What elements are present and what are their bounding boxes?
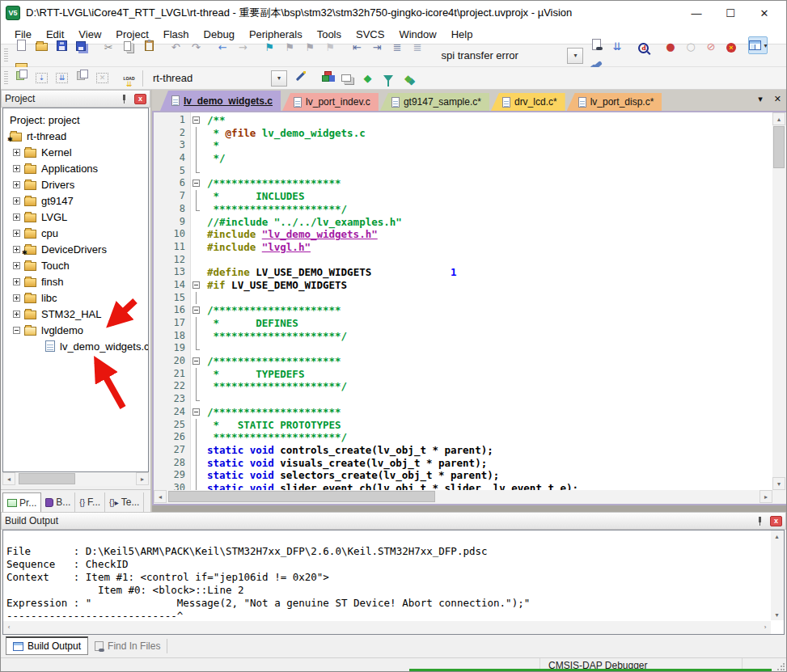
tree-expand-plus-icon[interactable]: [13, 278, 20, 285]
project-tab[interactable]: Pr...: [2, 492, 41, 512]
code-text[interactable]: /** * @file lv_demo_widgets.c * */ /****…: [202, 112, 772, 490]
build-output-vertical-scrollbar[interactable]: ▴ ▾: [771, 530, 784, 620]
select-software-packs-button[interactable]: ◆: [358, 70, 377, 87]
tree-expand-plus-icon[interactable]: [13, 181, 20, 188]
tree-expand-plus-icon[interactable]: [13, 230, 20, 237]
tree-group-finsh[interactable]: finsh: [3, 273, 148, 290]
paste-button[interactable]: [140, 37, 159, 55]
manage-components-button[interactable]: [318, 68, 336, 86]
insert-remove-breakpoint-button[interactable]: ●: [661, 38, 679, 56]
scroll-left-icon[interactable]: ◂: [2, 472, 15, 485]
editor-tab-lv-port-indev-c[interactable]: lv_port_indev.c: [282, 93, 379, 111]
scroll-right-icon[interactable]: ›: [759, 621, 771, 633]
bookmark-previous-button[interactable]: ⚑: [281, 39, 299, 57]
unindent-button[interactable]: ⇤: [348, 39, 366, 57]
target-combo-value[interactable]: rt-thread: [150, 70, 271, 86]
tree-expand-plus-icon[interactable]: [13, 262, 20, 269]
tree-group-gt9147[interactable]: gt9147: [3, 192, 148, 209]
scroll-up-icon[interactable]: ▴: [772, 112, 785, 125]
editor-vertical-scrollbar[interactable]: ▴ ▾: [772, 112, 786, 490]
stop-build-button[interactable]: ✕: [93, 69, 112, 87]
minimize-button[interactable]: —: [679, 3, 713, 23]
scroll-right-icon[interactable]: ▸: [136, 472, 149, 485]
tree-group-libc[interactable]: libc: [3, 290, 148, 306]
copy-button[interactable]: [120, 37, 138, 55]
tree-root-project[interactable]: Project: project: [3, 112, 148, 128]
incremental-find-button[interactable]: ⇊: [607, 38, 626, 56]
navigate-back-button[interactable]: ←: [214, 39, 232, 57]
download-load-button[interactable]: LOAD⇊: [120, 73, 138, 91]
undo-button[interactable]: ↶: [167, 39, 185, 57]
scroll-left-icon[interactable]: ◂: [154, 490, 167, 503]
tree-expand-minus-icon[interactable]: [13, 327, 20, 334]
tree-group-lvgl[interactable]: LVGL: [3, 209, 148, 225]
find-in-files-tab[interactable]: Find In Files: [88, 636, 167, 655]
bookmark-toggle-button[interactable]: ⚑: [260, 39, 279, 57]
resize-grip-icon[interactable]: [776, 663, 785, 671]
indent-button[interactable]: ⇥: [368, 39, 387, 57]
tree-expand-plus-icon[interactable]: [13, 311, 20, 318]
save-button[interactable]: [53, 37, 71, 55]
project-panel-close-icon[interactable]: x: [134, 94, 146, 104]
editor-tab-lv-port-disp-c[interactable]: lv_port_disp.c*: [567, 93, 662, 111]
scroll-left-icon[interactable]: ‹: [3, 621, 15, 633]
editor-tab-gt9147-sample-c[interactable]: gt9147_sample.c*: [380, 93, 489, 111]
tree-group-applications[interactable]: Applications: [3, 160, 148, 176]
fold-collapse-icon[interactable]: [193, 306, 200, 314]
tree-group-cpu[interactable]: cpu: [3, 225, 148, 241]
target-combo-dropdown-icon[interactable]: ▾: [271, 70, 287, 87]
build-output-close-icon[interactable]: x: [770, 516, 782, 526]
tree-expand-plus-icon[interactable]: [13, 246, 20, 253]
navigate-forward-button[interactable]: →: [234, 39, 252, 57]
project-horizontal-scrollbar[interactable]: ◂ ▸: [2, 472, 149, 486]
scrollbar-thumb[interactable]: [773, 126, 785, 168]
scroll-right-icon[interactable]: ▸: [759, 490, 772, 503]
open-file-button[interactable]: [32, 36, 51, 54]
scroll-down-icon[interactable]: ▾: [772, 477, 785, 490]
scroll-up-icon[interactable]: ▴: [771, 530, 783, 542]
cut-button[interactable]: ✂: [99, 39, 118, 57]
tab-list-dropdown-icon[interactable]: ▾: [758, 94, 763, 104]
editor-horizontal-scrollbar[interactable]: ◂ ▸: [154, 490, 772, 504]
translate-file-button[interactable]: [12, 66, 31, 83]
build-output-text[interactable]: File : D:\Keil5\ARM\PACK\Keil\STM32H7xx_…: [6, 532, 769, 619]
editor-tab-drv-lcd-c[interactable]: drv_lcd.c*: [491, 93, 565, 111]
bookmark-next-button[interactable]: ⚑: [301, 39, 319, 57]
tree-group-devicedrivers[interactable]: DeviceDrivers: [3, 241, 148, 257]
manage-project-items-button[interactable]: [338, 70, 357, 88]
build-output-horizontal-scrollbar[interactable]: ‹ ›: [3, 621, 771, 634]
redo-button[interactable]: ↷: [187, 39, 205, 57]
build-output-tab[interactable]: Build Output: [6, 636, 88, 655]
batch-build-button[interactable]: [73, 66, 91, 83]
enable-disable-breakpoint-button[interactable]: ○: [681, 38, 700, 56]
tree-group-drivers[interactable]: Drivers: [3, 176, 148, 192]
disable-all-breakpoints-button[interactable]: ⊘: [701, 38, 720, 56]
scrollbar-thumb[interactable]: [168, 491, 435, 502]
tree-group-kernel[interactable]: Kernel: [3, 144, 148, 160]
scrollbar-thumb[interactable]: [19, 473, 75, 484]
window-layout-button[interactable]: ▾: [748, 36, 768, 54]
editor-tab-lv-demo-widgets-c[interactable]: lv_demo_widgets.c: [160, 91, 281, 111]
tree-group-lvgldemo[interactable]: lvgldemo: [3, 322, 148, 338]
search-combo-dropdown-icon[interactable]: ▾: [567, 48, 583, 64]
tree-expand-plus-icon[interactable]: [13, 294, 20, 302]
functions-tab[interactable]: {}F...: [75, 492, 105, 512]
tree-group-stm32-hal[interactable]: STM32_HAL: [3, 306, 148, 322]
comment-selection-button[interactable]: ≣: [388, 39, 407, 57]
tree-expand-plus-icon[interactable]: [13, 149, 20, 156]
new-file-button[interactable]: [12, 36, 31, 54]
tree-target-rt-thread[interactable]: rt-thread: [3, 128, 148, 144]
fold-collapse-icon[interactable]: [193, 408, 200, 416]
uncomment-selection-button[interactable]: ≣: [408, 39, 427, 57]
tree-expand-plus-icon[interactable]: [13, 165, 20, 172]
rebuild-all-button[interactable]: ⇊: [53, 69, 71, 87]
tree-group-touch[interactable]: Touch: [3, 257, 148, 273]
build-target-button[interactable]: ⇣: [32, 69, 51, 87]
tab-close-icon[interactable]: ✕: [774, 94, 781, 104]
manage-run-time-environment-button[interactable]: ◆: [399, 70, 417, 87]
maximize-button[interactable]: ☐: [713, 3, 747, 23]
pin-icon[interactable]: [756, 517, 764, 526]
close-button[interactable]: ✕: [747, 3, 781, 23]
tree-file-lv-demo-widgets[interactable]: lv_demo_widgets.c: [3, 338, 148, 354]
books-tab[interactable]: B...: [41, 492, 75, 512]
